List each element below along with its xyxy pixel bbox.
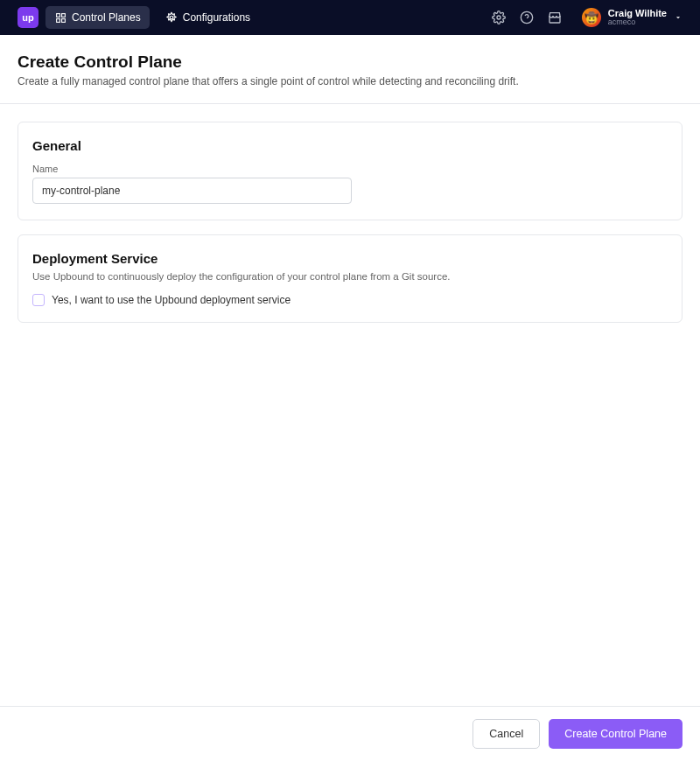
marketplace-icon[interactable] (547, 10, 563, 25)
section-title-deployment: Deployment Service (32, 251, 668, 266)
section-title-general: General (32, 138, 668, 153)
configurations-icon (165, 11, 178, 24)
logo[interactable]: up (18, 7, 38, 28)
nav-configurations[interactable]: Configurations (157, 6, 259, 29)
create-button[interactable]: Create Control Plane (549, 719, 682, 749)
page-header: Create Control Plane Create a fully mana… (0, 35, 700, 104)
deployment-checkbox-label: Yes, I want to use the Upbound deploymen… (52, 294, 290, 306)
user-org: acmeco (608, 18, 667, 27)
user-text: Craig Wilhite acmeco (608, 8, 667, 27)
cancel-button[interactable]: Cancel (472, 719, 540, 749)
name-label: Name (32, 164, 668, 174)
svg-rect-0 (56, 13, 60, 17)
deployment-section: Deployment Service Use Upbound to contin… (18, 234, 682, 323)
nav-control-planes[interactable]: Control Planes (46, 6, 150, 29)
svg-point-4 (170, 16, 173, 19)
chevron-down-icon (674, 10, 682, 25)
topbar-right: 🤠 Craig Wilhite acmeco (491, 8, 682, 27)
svg-rect-1 (61, 13, 65, 17)
svg-point-5 (497, 16, 500, 19)
main-content: General Name Deployment Service Use Upbo… (0, 104, 700, 354)
deployment-description: Use Upbound to continuously deploy the c… (32, 271, 668, 282)
page-title: Create Control Plane (18, 52, 682, 72)
deployment-checkbox-row: Yes, I want to use the Upbound deploymen… (32, 294, 668, 306)
general-section: General Name (18, 122, 682, 220)
svg-rect-3 (61, 18, 65, 22)
avatar: 🤠 (582, 8, 601, 27)
deployment-checkbox[interactable] (32, 294, 45, 306)
settings-icon[interactable] (491, 10, 507, 25)
name-input[interactable] (32, 178, 352, 204)
grid-icon (54, 11, 66, 24)
topbar-left: up Control Planes Configurations (18, 6, 259, 29)
nav-item-label: Configurations (183, 11, 250, 24)
help-icon[interactable] (519, 10, 535, 25)
page-subtitle: Create a fully managed control plane tha… (18, 75, 682, 87)
footer-actions: Cancel Create Control Plane (0, 706, 700, 761)
nav-item-label: Control Planes (72, 11, 141, 24)
user-menu[interactable]: 🤠 Craig Wilhite acmeco (582, 8, 682, 27)
svg-rect-2 (56, 18, 60, 22)
top-navigation: up Control Planes Configurations (0, 0, 700, 35)
